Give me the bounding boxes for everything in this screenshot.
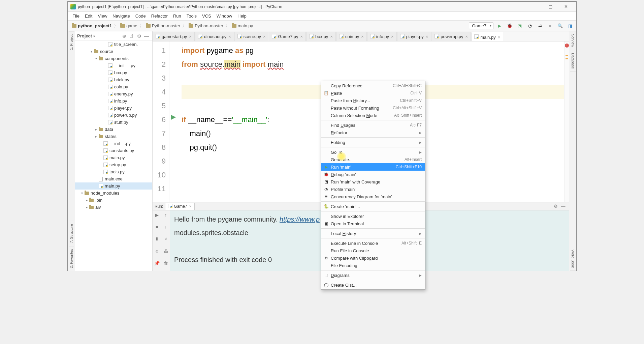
context-menu-item[interactable]: Refactor▶: [321, 129, 425, 136]
menu-navigate[interactable]: Navigate: [110, 12, 132, 20]
chevron-icon[interactable]: ▾: [89, 50, 93, 53]
tree-item[interactable]: main.py: [75, 182, 152, 190]
menu-refactor[interactable]: Refactor: [149, 12, 170, 20]
menu-help[interactable]: Help: [235, 12, 249, 20]
menu-run[interactable]: Run: [170, 12, 184, 20]
context-menu-item[interactable]: ▣Open in Terminal: [321, 220, 425, 227]
menu-view[interactable]: View: [95, 12, 110, 20]
output-link[interactable]: https://www.p: [280, 216, 320, 223]
run-tab[interactable]: Game7 ×: [165, 203, 194, 210]
run-button[interactable]: ▶: [495, 22, 504, 30]
context-menu-item[interactable]: 🐞Debug 'main': [321, 171, 425, 178]
editor-tab[interactable]: info.py×: [367, 32, 397, 41]
chevron-icon[interactable]: ▾: [94, 57, 98, 60]
context-menu-item[interactable]: Find UsagesAlt+F7: [321, 121, 425, 129]
context-menu-item[interactable]: Paste without FormattingCtrl+Alt+Shift+V: [321, 104, 425, 112]
editor-tab[interactable]: dinosaur.py×: [195, 32, 234, 41]
context-menu-item[interactable]: Copy ReferenceCtrl+Alt+Shift+C: [321, 82, 425, 89]
tree-item[interactable]: setup.py: [75, 161, 152, 168]
collapse-button[interactable]: ⇵: [128, 32, 135, 40]
close-icon[interactable]: ×: [465, 34, 468, 39]
tree-item[interactable]: box.py: [75, 69, 152, 76]
context-menu-item[interactable]: ◯Create Gist...: [321, 281, 425, 289]
close-icon[interactable]: ×: [426, 34, 428, 39]
context-menu-item[interactable]: ◔Profile 'main': [321, 185, 425, 193]
database-tab[interactable]: Database: [570, 50, 576, 72]
sciview-tab[interactable]: SciView: [570, 31, 576, 50]
context-menu-item[interactable]: Generate...Alt+Insert: [321, 156, 425, 163]
context-menu-item[interactable]: Execute Line in ConsoleAlt+Shift+E: [321, 239, 425, 247]
run-gutter-icon[interactable]: ▶: [171, 113, 176, 121]
menu-file[interactable]: File: [70, 12, 82, 20]
pause-button[interactable]: ⏸: [153, 235, 161, 243]
context-menu-item[interactable]: ≣Concurrency Diagram for 'main': [321, 193, 425, 200]
stop-button[interactable]: ■: [153, 223, 161, 231]
tree-item[interactable]: ▸.bin: [75, 197, 152, 204]
chevron-icon[interactable]: ▸: [85, 198, 89, 202]
tree-item[interactable]: info.py: [75, 97, 152, 105]
tree-item[interactable]: ▾source: [75, 48, 152, 55]
breadcrumb-item[interactable]: main.py: [230, 22, 255, 29]
debug-button[interactable]: 🐞: [506, 22, 514, 30]
run-config-selector[interactable]: Game7: [469, 22, 493, 29]
menu-window[interactable]: Window: [214, 12, 235, 20]
project-tool-tab[interactable]: 1: Project: [69, 31, 74, 53]
minimize-button[interactable]: —: [527, 2, 542, 11]
editor-tab[interactable]: coin.py×: [336, 32, 367, 41]
maximize-button[interactable]: ▢: [543, 2, 558, 11]
context-menu-item[interactable]: Go To▶: [321, 148, 425, 156]
close-icon[interactable]: ×: [263, 34, 266, 39]
chevron-icon[interactable]: ▸: [94, 127, 98, 131]
structure-tool-tab[interactable]: 7: Structure: [69, 221, 74, 246]
code-line[interactable]: from source.main import main: [182, 57, 564, 71]
context-menu-item[interactable]: ⧉Compare with Clipboard: [321, 254, 425, 262]
tree-item[interactable]: __init__.py: [75, 140, 152, 147]
editor-tab[interactable]: scene.py×: [234, 32, 269, 41]
context-menu-item[interactable]: Show in Explorer: [321, 212, 425, 220]
editor-tab[interactable]: Game7.py×: [269, 32, 306, 41]
stop-button[interactable]: ■: [546, 22, 554, 30]
context-menu-item[interactable]: File Encoding: [321, 262, 425, 269]
breadcrumb-item[interactable]: Python-master: [187, 22, 225, 29]
pin-icon[interactable]: 📌: [153, 259, 161, 267]
tree-item[interactable]: tools.py: [75, 168, 152, 175]
down-button[interactable]: ↓: [161, 223, 170, 231]
chevron-icon[interactable]: ▾: [80, 191, 84, 195]
context-menu-item[interactable]: Column Selection ModeAlt+Shift+Insert: [321, 112, 425, 119]
search-button[interactable]: 🔍: [556, 22, 564, 30]
menu-code[interactable]: Code: [133, 12, 149, 20]
context-menu-item[interactable]: Folding▶: [321, 139, 425, 146]
rerun-button[interactable]: ▶: [153, 210, 161, 219]
error-indicator[interactable]: !: [565, 44, 569, 48]
trash-button[interactable]: 🗑: [161, 259, 170, 267]
context-menu-item[interactable]: Run File in Console: [321, 247, 425, 254]
hide-button[interactable]: —: [143, 32, 150, 40]
close-icon[interactable]: ×: [391, 34, 394, 39]
chevron-icon[interactable]: ▸: [94, 135, 98, 138]
code-line[interactable]: import pygame as pg: [182, 44, 564, 57]
up-button[interactable]: ↑: [161, 210, 170, 219]
context-menu-item[interactable]: ▶Run 'main'Ctrl+Shift+F10: [321, 163, 425, 171]
editor-tab[interactable]: main.py×: [471, 32, 503, 41]
tree-item[interactable]: main.exe: [75, 175, 152, 182]
tree-item[interactable]: ▾components: [75, 55, 152, 62]
attach-button[interactable]: ⇄: [536, 22, 544, 30]
close-icon[interactable]: ×: [300, 34, 303, 39]
editor-tab[interactable]: player.py×: [397, 32, 431, 41]
context-menu-item[interactable]: 📋PasteCtrl+V: [321, 89, 425, 97]
breadcrumb-item[interactable]: game: [118, 22, 139, 29]
minimize-icon[interactable]: —: [559, 203, 567, 210]
gear-icon[interactable]: ⚙: [135, 32, 143, 40]
menu-vcs[interactable]: VCS: [199, 12, 214, 20]
close-icon[interactable]: ×: [361, 34, 364, 39]
exit-button[interactable]: ⎋: [153, 247, 161, 255]
context-menu-item[interactable]: Local History▶: [321, 230, 425, 237]
tree-item[interactable]: enemy.py: [75, 90, 152, 97]
tree-item[interactable]: powerup.py: [75, 112, 152, 119]
profile-button[interactable]: ◔: [526, 22, 534, 30]
context-menu-item[interactable]: ⬔Run 'main' with Coverage: [321, 178, 425, 185]
tree-item[interactable]: constants.py: [75, 147, 152, 154]
locate-button[interactable]: ⊕: [121, 32, 128, 40]
pin-button[interactable]: ◨: [566, 22, 574, 30]
tree-item[interactable]: ▾node_modules: [75, 190, 152, 197]
